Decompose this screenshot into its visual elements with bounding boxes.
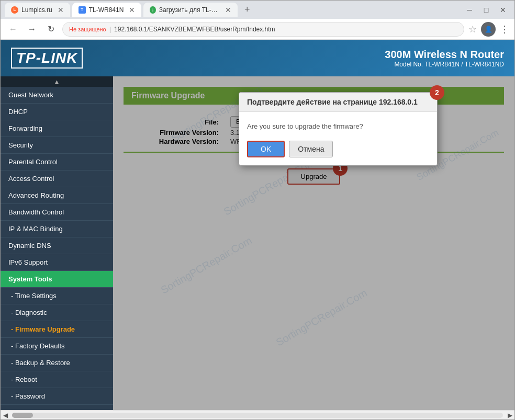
scrollbar-track <box>12 413 503 418</box>
address-bar: ← → ↻ Не защищено | 192.168.0.1/ESANKVZB… <box>1 19 514 40</box>
tab-label-dl: Загрузить для TL-WR84... <box>159 6 220 14</box>
scrollbar-thumb[interactable] <box>12 413 33 418</box>
sidebar-item-access-control[interactable]: Access Control <box>1 171 113 187</box>
sidebar-item-dynamic-dns[interactable]: Dynamic DNS <box>1 237 113 254</box>
sidebar-item-diagnostic[interactable]: - Diagnostic <box>1 304 113 321</box>
sidebar-item-password[interactable]: - Password <box>1 388 113 405</box>
tab-favicon-dl: ↓ <box>150 6 155 14</box>
tab-close-tl[interactable]: ✕ <box>129 6 135 14</box>
sidebar-item-dhcp[interactable]: DHCP <box>1 104 113 120</box>
refresh-button[interactable]: ↻ <box>43 22 58 37</box>
sidebar-item-ipv6-support[interactable]: IPv6 Support <box>1 254 113 271</box>
tab-tl-wr841n[interactable]: T TL-WR841N ✕ <box>72 3 142 17</box>
sidebar-item-forwarding[interactable]: Forwarding <box>1 120 113 137</box>
sidebar-item-backup-restore[interactable]: - Backup & Restore <box>1 355 113 371</box>
not-secure-label: Не защищено <box>69 26 106 32</box>
tab-label-lumpics: Lumpics.ru <box>21 6 52 14</box>
bottom-scrollbar: ◀ ▶ <box>1 410 514 419</box>
url-text: 192.168.0.1/ESANKVZBEMEWFBEB/userRpm/Ind… <box>114 26 275 33</box>
dialog-buttons: OK Отмена <box>247 141 429 157</box>
router-header: TP-LINK 300M Wireless N Router Model No.… <box>1 40 514 76</box>
dialog-body: Are you sure to upgrade the firmware? OK… <box>239 112 437 165</box>
dialog-message: Are you sure to upgrade the firmware? <box>247 122 429 130</box>
router-body: ▲ Guest Network DHCP Forwarding Security… <box>1 76 514 410</box>
window-controls: ─ □ ✕ <box>462 3 510 17</box>
sidebar-item-guest-network[interactable]: Guest Network <box>1 87 113 104</box>
tp-link-logo: TP-LINK <box>11 48 83 69</box>
router-model: 300M Wireless N Router Model No. TL-WR84… <box>385 49 504 68</box>
dialog-ok-button[interactable]: OK <box>247 141 285 157</box>
sidebar-item-security[interactable]: Security <box>1 137 113 154</box>
sidebar-scroll-up[interactable]: ▲ <box>1 76 113 87</box>
profile-button[interactable]: 👤 <box>481 22 496 37</box>
close-button[interactable]: ✕ <box>496 3 510 17</box>
tab-close-dl[interactable]: ✕ <box>225 6 231 14</box>
bookmark-button[interactable]: ☆ <box>468 24 477 35</box>
back-button[interactable]: ← <box>6 22 20 37</box>
router-model-name: 300M Wireless N Router <box>385 49 504 61</box>
sidebar-item-reboot[interactable]: - Reboot <box>1 371 113 388</box>
sidebar-item-parental-control[interactable]: Parental Control <box>1 154 113 171</box>
address-input[interactable]: Не защищено | 192.168.0.1/ESANKVZBEMEWFB… <box>62 22 464 37</box>
tab-close-lumpics[interactable]: ✕ <box>58 6 64 14</box>
maximize-button[interactable]: □ <box>479 3 494 17</box>
sidebar-item-advanced-routing[interactable]: Advanced Routing <box>1 187 113 204</box>
tab-label-tl: TL-WR841N <box>89 6 124 14</box>
dialog-cancel-button[interactable]: Отмена <box>289 141 333 157</box>
sidebar-item-system-tools[interactable]: System Tools <box>1 271 113 288</box>
sidebar-item-time-settings[interactable]: - Time Settings <box>1 288 113 304</box>
scroll-right-button[interactable]: ▶ <box>505 411 514 420</box>
dialog-overlay: Подтвердите действие на странице 192.168… <box>113 76 514 410</box>
forward-button[interactable]: → <box>25 22 39 37</box>
sidebar-item-factory-defaults[interactable]: - Factory Defaults <box>1 338 113 355</box>
main-content: SortingPCRepair.Com SortingPCRepair.Com … <box>113 76 514 410</box>
title-bar: L Lumpics.ru ✕ T TL-WR841N ✕ ↓ Загрузить… <box>1 1 514 19</box>
browser-menu-button[interactable]: ⋮ <box>500 24 509 35</box>
scroll-left-button[interactable]: ◀ <box>1 411 10 420</box>
sidebar-item-firmware-upgrade[interactable]: - Firmware Upgrade <box>1 321 113 338</box>
sidebar-item-system-log[interactable]: - System Log <box>1 405 113 410</box>
browser-window: L Lumpics.ru ✕ T TL-WR841N ✕ ↓ Загрузить… <box>0 0 515 420</box>
sidebar-item-ip-mac-binding[interactable]: IP & MAC Binding <box>1 221 113 237</box>
new-tab-button[interactable]: + <box>240 3 254 17</box>
tab-download[interactable]: ↓ Загрузить для TL-WR84... ✕ <box>143 3 238 17</box>
sidebar: ▲ Guest Network DHCP Forwarding Security… <box>1 76 113 410</box>
router-page: TP-LINK 300M Wireless N Router Model No.… <box>1 40 514 410</box>
tab-lumpics[interactable]: L Lumpics.ru ✕ <box>5 3 70 17</box>
router-model-number: Model No. TL-WR841N / TL-WR841ND <box>385 61 504 68</box>
minimize-button[interactable]: ─ <box>462 3 477 17</box>
sidebar-item-bandwidth-control[interactable]: Bandwidth Control <box>1 204 113 221</box>
dialog-title: Подтвердите действие на странице 192.168… <box>239 93 437 112</box>
tab-favicon-tl: T <box>79 6 86 14</box>
url-separator: | <box>109 25 111 33</box>
confirmation-dialog: Подтвердите действие на странице 192.168… <box>239 92 438 166</box>
badge-2: 2 <box>430 85 444 100</box>
tab-favicon-lumpics: L <box>11 6 18 14</box>
